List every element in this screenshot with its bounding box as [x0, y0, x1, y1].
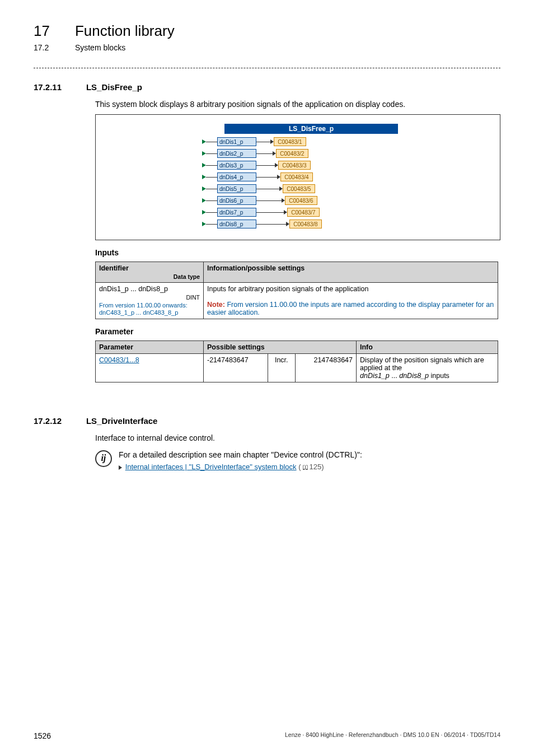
inputs-heading: Inputs [95, 248, 500, 257]
cell-step: Incr. [268, 354, 295, 382]
port-name: dnDis2_p [217, 149, 256, 158]
footer-meta: Lenze · 8400 HighLine · Referenzhandbuch… [285, 731, 500, 740]
port-code: C00483/5 [283, 184, 315, 193]
inputs-table: Identifier Data type Information/possibl… [95, 262, 498, 319]
th-datatype: Data type [99, 273, 200, 280]
cell-parameter[interactable]: C00483/1...8 [96, 354, 204, 382]
section-number: 17.2.12 [34, 416, 84, 426]
chapter-number: 17 [34, 22, 73, 40]
separator [34, 68, 500, 69]
th-info: Info [357, 341, 498, 354]
port-code: C00483/2 [276, 149, 308, 158]
input-arrow-icon [202, 198, 206, 203]
io-stack: dnDis1_p C00483/1 dnDis2_p C00483/2 dnDi… [202, 136, 322, 230]
port-name: dnDis8_p [217, 220, 256, 228]
page-number: 1526 [34, 731, 51, 740]
port-name: dnDis6_p [217, 196, 256, 205]
input-arrow-icon [202, 186, 206, 191]
cell-min: -2147483647 [204, 354, 268, 382]
section-description: Interface to internal device control. [95, 433, 500, 442]
io-row: dnDis3_p C00483/3 [202, 160, 322, 171]
input-arrow-icon [202, 175, 206, 179]
section-ls-driveinterface: 17.2.12 LS_DriveInterface [34, 416, 500, 426]
book-icon: 🕮 [302, 464, 308, 470]
tip-icon: ĳ [95, 450, 112, 467]
cell-description: Inputs for arbitrary position signals of… [204, 283, 498, 319]
th-identifier: Identifier Data type [96, 262, 204, 283]
section-number: 17.2.11 [34, 82, 84, 92]
io-row: dnDis5_p C00483/5 [202, 183, 322, 194]
section-description: This system block displays 8 arbitrary p… [95, 100, 500, 109]
page-footer: 1526 Lenze · 8400 HighLine · Referenzhan… [34, 731, 500, 740]
cell-info: Display of the position signals which ar… [357, 354, 498, 382]
tip-link-line[interactable]: Internal interfaces | "LS_DriveInterface… [119, 463, 362, 471]
port-code: C00483/6 [285, 196, 317, 205]
th-parameter: Parameter [96, 341, 204, 354]
section-title: LS_DriveInterface [86, 416, 158, 426]
port-name: dnDis5_p [217, 184, 256, 193]
io-row: dnDis1_p C00483/1 [202, 136, 322, 147]
block-banner: LS_DisFree_p [224, 124, 398, 134]
io-row: dnDis8_p C00483/8 [202, 218, 322, 230]
section-title: LS_DisFree_p [86, 82, 142, 92]
input-arrow-icon [202, 222, 206, 226]
port-code: C00483/1 [274, 137, 306, 146]
input-arrow-icon [202, 163, 206, 167]
subsection-title: System blocks [75, 43, 125, 52]
port-code: C00483/4 [280, 172, 313, 181]
port-code: C00483/7 [287, 208, 320, 217]
port-name: dnDis4_p [217, 172, 256, 181]
input-arrow-icon [202, 151, 206, 156]
io-row: dnDis2_p C00483/2 [202, 148, 322, 159]
triangle-icon [119, 465, 122, 470]
cell-identifier: dnDis1_p ... dnDis8_p DINT From version … [96, 283, 204, 319]
port-code: C00483/8 [289, 220, 322, 228]
input-arrow-icon [202, 210, 206, 214]
tip-text: For a detailed description see main chap… [119, 450, 362, 459]
cell-max: 2147483647 [295, 354, 356, 382]
input-arrow-icon [202, 139, 206, 144]
chapter-title: Function library [75, 22, 175, 40]
subsection-number: 17.2 [34, 43, 73, 52]
port-name: dnDis1_p [217, 137, 256, 146]
th-info: Information/possible settings [204, 262, 498, 283]
block-diagram: LS_DisFree_p dnDis1_p C00483/1 dnDis2_p … [95, 114, 500, 240]
port-name: dnDis3_p [217, 161, 256, 170]
section-ls-disfree-p: 17.2.11 LS_DisFree_p [34, 82, 500, 92]
th-possible-settings: Possible settings [204, 341, 357, 354]
parameter-heading: Parameter [95, 327, 500, 336]
subsection-header: 17.2 System blocks [34, 43, 500, 52]
port-name: dnDis7_p [217, 208, 256, 217]
chapter-header: 17 Function library [34, 22, 500, 40]
parameter-table: Parameter Possible settings Info C00483/… [95, 340, 498, 382]
tip-link[interactable]: Internal interfaces | "LS_DriveInterface… [125, 463, 297, 471]
tip-block: ĳ For a detailed description see main ch… [95, 450, 500, 471]
io-row: dnDis4_p C00483/4 [202, 171, 322, 183]
port-code: C00483/3 [278, 161, 311, 170]
io-row: dnDis6_p C00483/6 [202, 195, 322, 206]
io-row: dnDis7_p C00483/7 [202, 207, 322, 218]
